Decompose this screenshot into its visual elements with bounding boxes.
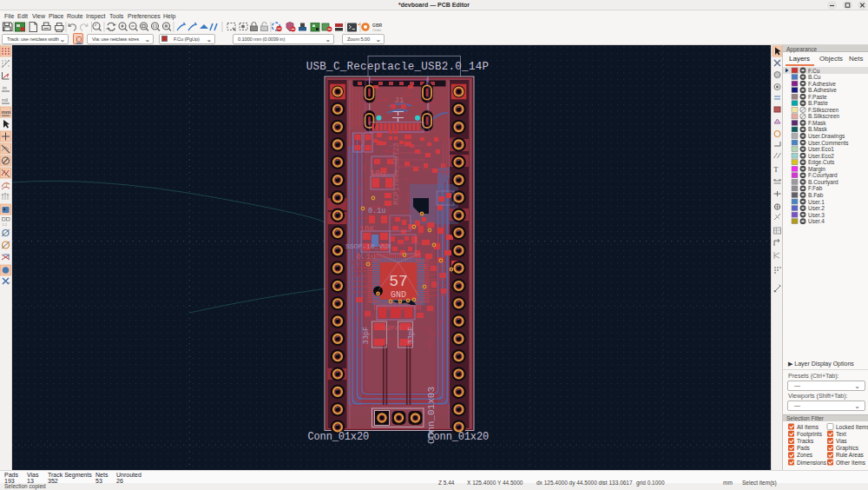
svg-text:User.Eco2: User.Eco2 (808, 153, 834, 159)
svg-text:Graphics: Graphics (836, 445, 859, 452)
svg-text:B.Paste: B.Paste (808, 100, 828, 106)
svg-text:B.Mask: B.Mask (808, 126, 827, 132)
svg-text:F.Silkscreen: F.Silkscreen (808, 107, 838, 113)
svg-text:0.1u: 0.1u (356, 252, 376, 262)
svg-text:Conn_01x03: Conn_01x03 (426, 387, 437, 444)
svg-text:SSOP-16_VUX: SSOP-16_VUX (345, 242, 391, 250)
svg-text:F.Cu: F.Cu (808, 68, 820, 74)
svg-text:User.1: User.1 (808, 199, 825, 205)
svg-text:MCP1700x_SOT23: MCP1700x_SOT23 (392, 142, 401, 204)
svg-text:Dimensions: Dimensions (797, 460, 827, 466)
svg-text:B.Silkscreen: B.Silkscreen (808, 113, 840, 119)
svg-text:B.Fab: B.Fab (808, 192, 824, 198)
svg-text:Other Items: Other Items (836, 460, 866, 466)
svg-text:Tracks: Tracks (797, 438, 814, 444)
svg-text:F.Adhesive: F.Adhesive (808, 81, 836, 87)
svg-text:33pF: 33pF (362, 327, 371, 344)
svg-text:USB_C_Receptacle_USB2.0_14P: USB_C_Receptacle_USB2.0_14P (306, 61, 490, 73)
svg-text:User.3: User.3 (808, 212, 825, 218)
svg-text:1 2: 1 2 (3, 222, 8, 227)
svg-text:Rule Areas: Rule Areas (836, 452, 865, 458)
svg-text:12P45: 12P45 (383, 325, 403, 332)
svg-text:mm: mm (2, 109, 11, 115)
svg-text:GND: GND (391, 290, 406, 300)
svg-text:F.Paste: F.Paste (808, 94, 827, 100)
svg-text:33pF: 33pF (407, 327, 416, 344)
svg-text:in: in (3, 85, 7, 90)
svg-text:User.Comments: User.Comments (808, 140, 849, 146)
svg-text:User.Eco1: User.Eco1 (808, 146, 834, 152)
svg-text:10K: 10K (359, 224, 374, 234)
svg-text:57: 57 (389, 273, 408, 290)
svg-text:Conn_01x20: Conn_01x20 (308, 431, 370, 443)
svg-text:Order: Order (372, 28, 382, 32)
svg-text:Zones: Zones (797, 452, 813, 458)
svg-text:Conn_01x20: Conn_01x20 (428, 431, 490, 443)
svg-text:Vias: Vias (836, 438, 847, 444)
svg-text:Text: Text (836, 431, 846, 437)
svg-text:10u: 10u (370, 169, 385, 179)
svg-text:T: T (774, 166, 779, 174)
svg-text:0.1u: 0.1u (368, 207, 385, 215)
svg-text:F.Fab: F.Fab (808, 185, 823, 191)
svg-text:All Items: All Items (797, 424, 819, 430)
svg-text:B.Adhesive: B.Adhesive (808, 87, 837, 93)
svg-text:F.Mask: F.Mask (808, 120, 826, 126)
svg-text:User.4: User.4 (808, 218, 825, 224)
svg-text:User.2: User.2 (808, 205, 825, 211)
svg-text:Pads: Pads (797, 445, 811, 451)
svg-text:Locked Items: Locked Items (836, 424, 868, 430)
svg-text:Footprints: Footprints (797, 431, 823, 438)
svg-text:J1: J1 (394, 96, 404, 105)
svg-text:mil: mil (2, 97, 8, 103)
svg-text:B.Cu: B.Cu (808, 74, 821, 80)
